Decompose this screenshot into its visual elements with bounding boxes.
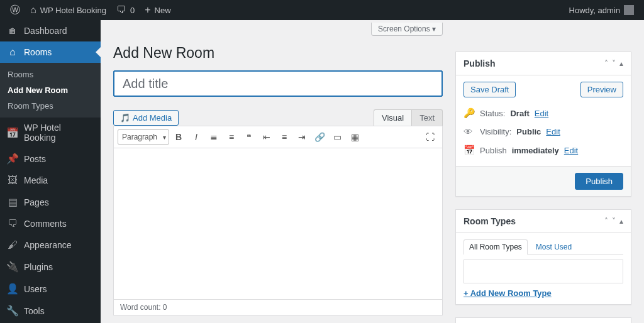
- more-button[interactable]: ▭: [329, 129, 345, 145]
- user-icon: 👤: [6, 283, 19, 295]
- tab-text[interactable]: Text: [411, 109, 443, 126]
- move-up-icon[interactable]: ˄: [604, 59, 608, 68]
- tab-all-room-types[interactable]: All Room Types: [464, 239, 528, 255]
- new-label: New: [155, 6, 171, 15]
- move-up-icon[interactable]: ˄: [604, 217, 608, 226]
- wordpress-icon: ⓦ: [10, 4, 20, 17]
- menu-tools[interactable]: 🔧Tools: [0, 300, 101, 322]
- home-icon: ⌂: [30, 4, 36, 16]
- toolbar-toggle-button[interactable]: ▦: [347, 129, 363, 145]
- content-editor[interactable]: [114, 148, 442, 299]
- align-center-button[interactable]: ≡: [276, 129, 292, 145]
- submenu-rooms[interactable]: Rooms: [0, 67, 101, 82]
- menu-comments[interactable]: 🗨Comments: [0, 213, 101, 234]
- link-button[interactable]: 🔗: [311, 129, 328, 145]
- plus-icon: +: [145, 4, 150, 16]
- wrench-icon: 🔧: [6, 305, 19, 317]
- menu-posts[interactable]: 📌Posts: [0, 148, 101, 170]
- comment-icon: 🗨: [116, 4, 126, 16]
- save-draft-button[interactable]: Save Draft: [464, 82, 516, 97]
- comments-link[interactable]: 🗨0: [111, 0, 140, 20]
- avatar: [624, 5, 634, 15]
- calendar-icon: 📅: [464, 145, 475, 156]
- submenu-room-types[interactable]: Room Types: [0, 98, 101, 114]
- key-icon: 🔑: [464, 107, 475, 119]
- publish-metabox: Publish ˄ ˅ ▴ Save Draft Preview 🔑Status…: [455, 52, 631, 197]
- bold-button[interactable]: B: [170, 129, 187, 145]
- wp-logo[interactable]: ⓦ: [5, 0, 25, 20]
- menu-media[interactable]: 🖾Media: [0, 170, 101, 191]
- menu-users[interactable]: 👤Users: [0, 278, 101, 300]
- blockquote-button[interactable]: ❝: [241, 129, 257, 145]
- toggle-icon[interactable]: ▴: [619, 217, 623, 226]
- admin-bar: ⓦ ⌂WP Hotel Booking 🗨0 +New Howdy, admin: [0, 0, 644, 20]
- comments-count: 0: [130, 6, 135, 15]
- add-new-room-type-link[interactable]: + Add New Room Type: [464, 288, 552, 298]
- new-content-link[interactable]: +New: [140, 0, 175, 20]
- tab-most-used[interactable]: Most Used: [530, 239, 577, 254]
- page-title: Add New Room: [113, 45, 443, 62]
- post-title-input[interactable]: [113, 70, 443, 97]
- fullscreen-button[interactable]: ⛶: [422, 129, 438, 145]
- submenu-add-new-room[interactable]: Add New Room: [0, 82, 101, 98]
- room-types-metabox: Room Types ˄ ˅ ▴ All Room Types Most Use…: [455, 209, 631, 305]
- pin-icon: 📌: [6, 153, 19, 165]
- editor-container: Paragraph B I ≣ ≡ ❝ ⇤ ≡ ⇥ 🔗 ▭ ▦ ⛶: [113, 126, 443, 315]
- room-types-checklist: [464, 260, 623, 283]
- account-link[interactable]: Howdy, admin: [564, 0, 639, 20]
- align-left-button[interactable]: ⇤: [258, 129, 275, 145]
- rooms-submenu: Rooms Add New Room Room Types: [0, 63, 101, 118]
- site-name-link[interactable]: ⌂WP Hotel Booking: [25, 0, 111, 20]
- eye-icon: 👁: [464, 126, 475, 137]
- edit-visibility-link[interactable]: Edit: [546, 127, 560, 136]
- edit-status-link[interactable]: Edit: [535, 109, 548, 118]
- plug-icon: 🔌: [6, 261, 19, 273]
- dashboard-icon: 🏠︎: [6, 25, 19, 36]
- menu-pages[interactable]: ▤Pages: [0, 191, 101, 213]
- featured-image-metabox: Featured image ˄ ˅ ▴ Set featured image: [455, 317, 631, 323]
- word-count: Word count: 0: [114, 299, 442, 315]
- howdy-text: Howdy, admin: [569, 6, 620, 15]
- tinymce-toolbar: Paragraph B I ≣ ≡ ❝ ⇤ ≡ ⇥ 🔗 ▭ ▦ ⛶: [114, 126, 442, 148]
- add-media-button[interactable]: 🎵Add Media: [113, 110, 179, 126]
- room-types-title: Room Types: [464, 216, 516, 226]
- italic-button[interactable]: I: [188, 129, 204, 145]
- brush-icon: 🖌: [6, 239, 19, 251]
- menu-plugins[interactable]: 🔌Plugins: [0, 256, 101, 278]
- publish-title: Publish: [464, 58, 496, 68]
- page-icon: ▤: [6, 196, 19, 208]
- tab-visual[interactable]: Visual: [374, 109, 411, 126]
- move-down-icon[interactable]: ˅: [612, 59, 616, 68]
- numbered-list-button[interactable]: ≡: [223, 129, 240, 145]
- menu-wp-hotel-booking[interactable]: 📅WP Hotel Booking: [0, 118, 101, 148]
- menu-rooms[interactable]: ⌂Rooms: [0, 41, 101, 63]
- comment-icon: 🗨: [6, 218, 19, 229]
- format-select[interactable]: Paragraph: [118, 129, 169, 145]
- home-icon: ⌂: [6, 47, 19, 58]
- bullet-list-button[interactable]: ≣: [206, 129, 222, 145]
- move-down-icon[interactable]: ˅: [612, 217, 616, 226]
- site-name: WP Hotel Booking: [40, 6, 106, 15]
- publish-button[interactable]: Publish: [575, 173, 623, 190]
- media-icon: 🎵: [120, 113, 130, 123]
- admin-sidebar: 🏠︎Dashboard ⌂Rooms Rooms Add New Room Ro…: [0, 20, 101, 323]
- menu-dashboard[interactable]: 🏠︎Dashboard: [0, 20, 101, 41]
- align-right-button[interactable]: ⇥: [294, 129, 310, 145]
- screen-options-toggle[interactable]: Screen Options ▾: [371, 23, 443, 36]
- preview-button[interactable]: Preview: [580, 82, 623, 97]
- media-icon: 🖾: [6, 175, 19, 186]
- edit-schedule-link[interactable]: Edit: [564, 146, 578, 155]
- toggle-icon[interactable]: ▴: [619, 59, 623, 68]
- menu-appearance[interactable]: 🖌Appearance: [0, 234, 101, 256]
- calendar-icon: 📅: [6, 127, 19, 139]
